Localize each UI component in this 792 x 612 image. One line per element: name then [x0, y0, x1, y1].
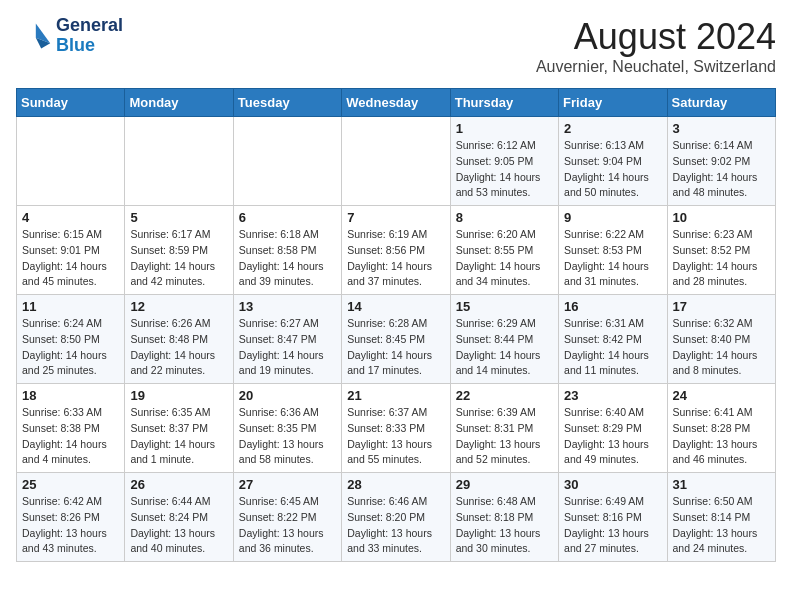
day-number: 16 — [564, 299, 661, 314]
day-info: Sunrise: 6:45 AMSunset: 8:22 PMDaylight:… — [239, 494, 336, 557]
calendar-cell: 15Sunrise: 6:29 AMSunset: 8:44 PMDayligh… — [450, 295, 558, 384]
day-info: Sunrise: 6:24 AMSunset: 8:50 PMDaylight:… — [22, 316, 119, 379]
logo-text-general: General — [56, 16, 123, 36]
calendar-cell: 4Sunrise: 6:15 AMSunset: 9:01 PMDaylight… — [17, 206, 125, 295]
day-number: 14 — [347, 299, 444, 314]
day-number: 11 — [22, 299, 119, 314]
title-block: August 2024 Auvernier, Neuchatel, Switze… — [536, 16, 776, 76]
calendar-cell: 27Sunrise: 6:45 AMSunset: 8:22 PMDayligh… — [233, 473, 341, 562]
day-number: 25 — [22, 477, 119, 492]
calendar-cell: 5Sunrise: 6:17 AMSunset: 8:59 PMDaylight… — [125, 206, 233, 295]
calendar-cell: 8Sunrise: 6:20 AMSunset: 8:55 PMDaylight… — [450, 206, 558, 295]
main-title: August 2024 — [536, 16, 776, 58]
calendar-cell: 18Sunrise: 6:33 AMSunset: 8:38 PMDayligh… — [17, 384, 125, 473]
day-info: Sunrise: 6:48 AMSunset: 8:18 PMDaylight:… — [456, 494, 553, 557]
day-number: 31 — [673, 477, 770, 492]
calendar-cell: 11Sunrise: 6:24 AMSunset: 8:50 PMDayligh… — [17, 295, 125, 384]
day-info: Sunrise: 6:37 AMSunset: 8:33 PMDaylight:… — [347, 405, 444, 468]
calendar-cell: 10Sunrise: 6:23 AMSunset: 8:52 PMDayligh… — [667, 206, 775, 295]
day-info: Sunrise: 6:41 AMSunset: 8:28 PMDaylight:… — [673, 405, 770, 468]
day-number: 18 — [22, 388, 119, 403]
day-info: Sunrise: 6:29 AMSunset: 8:44 PMDaylight:… — [456, 316, 553, 379]
day-number: 20 — [239, 388, 336, 403]
calendar-cell: 19Sunrise: 6:35 AMSunset: 8:37 PMDayligh… — [125, 384, 233, 473]
calendar-dow-sunday: Sunday — [17, 89, 125, 117]
day-number: 29 — [456, 477, 553, 492]
calendar-cell: 7Sunrise: 6:19 AMSunset: 8:56 PMDaylight… — [342, 206, 450, 295]
calendar-cell: 31Sunrise: 6:50 AMSunset: 8:14 PMDayligh… — [667, 473, 775, 562]
day-info: Sunrise: 6:44 AMSunset: 8:24 PMDaylight:… — [130, 494, 227, 557]
day-number: 21 — [347, 388, 444, 403]
day-info: Sunrise: 6:13 AMSunset: 9:04 PMDaylight:… — [564, 138, 661, 201]
day-info: Sunrise: 6:22 AMSunset: 8:53 PMDaylight:… — [564, 227, 661, 290]
calendar-cell: 16Sunrise: 6:31 AMSunset: 8:42 PMDayligh… — [559, 295, 667, 384]
day-info: Sunrise: 6:36 AMSunset: 8:35 PMDaylight:… — [239, 405, 336, 468]
calendar-cell: 25Sunrise: 6:42 AMSunset: 8:26 PMDayligh… — [17, 473, 125, 562]
day-number: 1 — [456, 121, 553, 136]
day-info: Sunrise: 6:26 AMSunset: 8:48 PMDaylight:… — [130, 316, 227, 379]
calendar-cell: 26Sunrise: 6:44 AMSunset: 8:24 PMDayligh… — [125, 473, 233, 562]
day-info: Sunrise: 6:17 AMSunset: 8:59 PMDaylight:… — [130, 227, 227, 290]
calendar-cell — [342, 117, 450, 206]
calendar-week-row: 4Sunrise: 6:15 AMSunset: 9:01 PMDaylight… — [17, 206, 776, 295]
calendar-table: SundayMondayTuesdayWednesdayThursdayFrid… — [16, 88, 776, 562]
day-number: 6 — [239, 210, 336, 225]
day-info: Sunrise: 6:42 AMSunset: 8:26 PMDaylight:… — [22, 494, 119, 557]
calendar-cell: 9Sunrise: 6:22 AMSunset: 8:53 PMDaylight… — [559, 206, 667, 295]
day-number: 23 — [564, 388, 661, 403]
calendar-cell — [125, 117, 233, 206]
calendar-cell: 29Sunrise: 6:48 AMSunset: 8:18 PMDayligh… — [450, 473, 558, 562]
calendar-cell: 21Sunrise: 6:37 AMSunset: 8:33 PMDayligh… — [342, 384, 450, 473]
calendar-dow-saturday: Saturday — [667, 89, 775, 117]
calendar-cell: 13Sunrise: 6:27 AMSunset: 8:47 PMDayligh… — [233, 295, 341, 384]
day-info: Sunrise: 6:32 AMSunset: 8:40 PMDaylight:… — [673, 316, 770, 379]
day-info: Sunrise: 6:35 AMSunset: 8:37 PMDaylight:… — [130, 405, 227, 468]
calendar-dow-friday: Friday — [559, 89, 667, 117]
calendar-cell: 22Sunrise: 6:39 AMSunset: 8:31 PMDayligh… — [450, 384, 558, 473]
calendar-cell: 3Sunrise: 6:14 AMSunset: 9:02 PMDaylight… — [667, 117, 775, 206]
day-info: Sunrise: 6:49 AMSunset: 8:16 PMDaylight:… — [564, 494, 661, 557]
calendar-week-row: 11Sunrise: 6:24 AMSunset: 8:50 PMDayligh… — [17, 295, 776, 384]
calendar-cell: 1Sunrise: 6:12 AMSunset: 9:05 PMDaylight… — [450, 117, 558, 206]
calendar-cell: 23Sunrise: 6:40 AMSunset: 8:29 PMDayligh… — [559, 384, 667, 473]
day-info: Sunrise: 6:40 AMSunset: 8:29 PMDaylight:… — [564, 405, 661, 468]
calendar-cell: 14Sunrise: 6:28 AMSunset: 8:45 PMDayligh… — [342, 295, 450, 384]
day-number: 3 — [673, 121, 770, 136]
day-info: Sunrise: 6:14 AMSunset: 9:02 PMDaylight:… — [673, 138, 770, 201]
calendar-cell: 2Sunrise: 6:13 AMSunset: 9:04 PMDaylight… — [559, 117, 667, 206]
day-number: 10 — [673, 210, 770, 225]
day-number: 9 — [564, 210, 661, 225]
day-number: 17 — [673, 299, 770, 314]
calendar-dow-monday: Monday — [125, 89, 233, 117]
calendar-cell: 28Sunrise: 6:46 AMSunset: 8:20 PMDayligh… — [342, 473, 450, 562]
logo-text-blue: Blue — [56, 36, 123, 56]
day-number: 2 — [564, 121, 661, 136]
day-info: Sunrise: 6:46 AMSunset: 8:20 PMDaylight:… — [347, 494, 444, 557]
day-info: Sunrise: 6:28 AMSunset: 8:45 PMDaylight:… — [347, 316, 444, 379]
day-info: Sunrise: 6:33 AMSunset: 8:38 PMDaylight:… — [22, 405, 119, 468]
page-header: General Blue August 2024 Auvernier, Neuc… — [16, 16, 776, 76]
logo-icon — [16, 18, 52, 54]
day-number: 28 — [347, 477, 444, 492]
calendar-dow-wednesday: Wednesday — [342, 89, 450, 117]
calendar-dow-tuesday: Tuesday — [233, 89, 341, 117]
day-info: Sunrise: 6:23 AMSunset: 8:52 PMDaylight:… — [673, 227, 770, 290]
day-number: 12 — [130, 299, 227, 314]
calendar-header-row: SundayMondayTuesdayWednesdayThursdayFrid… — [17, 89, 776, 117]
day-info: Sunrise: 6:50 AMSunset: 8:14 PMDaylight:… — [673, 494, 770, 557]
day-number: 26 — [130, 477, 227, 492]
day-number: 27 — [239, 477, 336, 492]
calendar-cell: 20Sunrise: 6:36 AMSunset: 8:35 PMDayligh… — [233, 384, 341, 473]
calendar-cell — [17, 117, 125, 206]
day-number: 30 — [564, 477, 661, 492]
calendar-cell: 6Sunrise: 6:18 AMSunset: 8:58 PMDaylight… — [233, 206, 341, 295]
calendar-cell — [233, 117, 341, 206]
day-number: 24 — [673, 388, 770, 403]
calendar-cell: 30Sunrise: 6:49 AMSunset: 8:16 PMDayligh… — [559, 473, 667, 562]
day-info: Sunrise: 6:12 AMSunset: 9:05 PMDaylight:… — [456, 138, 553, 201]
calendar-dow-thursday: Thursday — [450, 89, 558, 117]
day-info: Sunrise: 6:39 AMSunset: 8:31 PMDaylight:… — [456, 405, 553, 468]
day-number: 7 — [347, 210, 444, 225]
day-info: Sunrise: 6:31 AMSunset: 8:42 PMDaylight:… — [564, 316, 661, 379]
day-number: 8 — [456, 210, 553, 225]
